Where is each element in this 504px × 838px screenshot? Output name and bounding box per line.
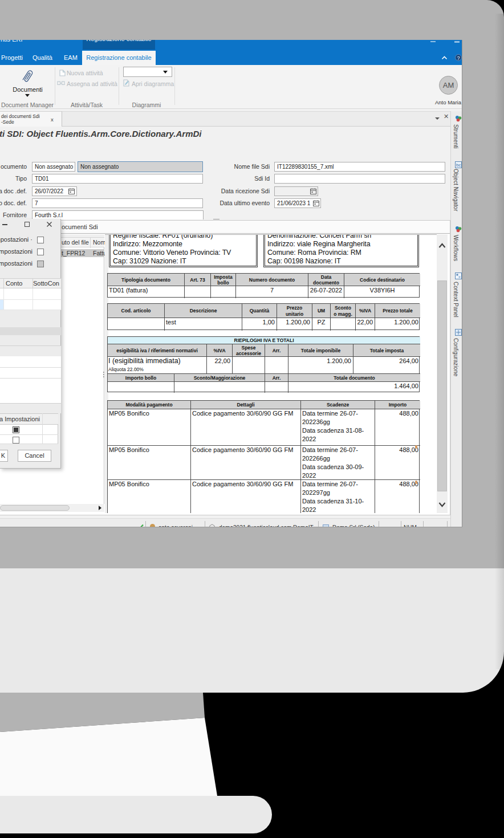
svg-text:bc: bc (456, 162, 461, 168)
